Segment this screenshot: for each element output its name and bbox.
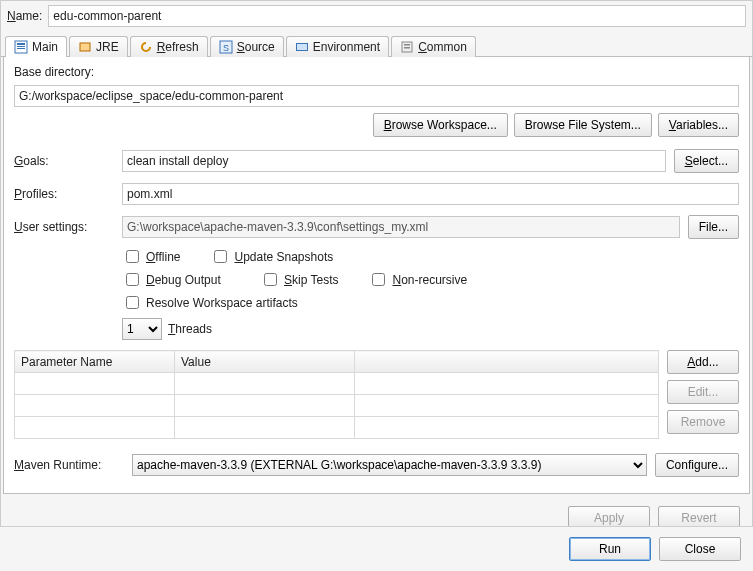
jre-icon <box>78 40 92 54</box>
tab-source[interactable]: S Source <box>210 36 284 57</box>
debug-output-checkbox[interactable]: Debug Output <box>122 270 230 289</box>
non-recursive-checkbox[interactable]: Non-recursive <box>368 270 467 289</box>
svg-text:S: S <box>223 43 229 53</box>
update-snapshots-checkbox[interactable]: Update Snapshots <box>210 247 333 266</box>
refresh-icon <box>139 40 153 54</box>
param-add-button[interactable]: Add... <box>667 350 739 374</box>
name-input[interactable] <box>48 5 746 27</box>
svg-rect-10 <box>404 44 410 46</box>
maven-runtime-select[interactable]: apache-maven-3.3.9 (EXTERNAL G:\workspac… <box>132 454 647 476</box>
table-row[interactable] <box>15 373 659 395</box>
file-icon <box>14 40 28 54</box>
table-row[interactable] <box>15 395 659 417</box>
table-header-value[interactable]: Value <box>175 351 355 373</box>
tab-jre[interactable]: JRE <box>69 36 128 57</box>
svg-rect-1 <box>17 43 25 45</box>
param-remove-button[interactable]: Remove <box>667 410 739 434</box>
tab-common-label: Common <box>418 40 467 54</box>
select-goals-button[interactable]: Select... <box>674 149 739 173</box>
threads-select[interactable]: 1 <box>122 318 162 340</box>
run-button[interactable]: Run <box>569 537 651 561</box>
threads-label: Threads <box>168 322 212 336</box>
table-row[interactable] <box>15 417 659 439</box>
tab-environment-label: Environment <box>313 40 380 54</box>
maven-runtime-label: Maven Runtime: <box>14 458 124 472</box>
tab-source-label: Source <box>237 40 275 54</box>
svg-rect-4 <box>80 43 90 51</box>
profiles-label: Profiles: <box>14 187 114 201</box>
configure-runtime-button[interactable]: Configure... <box>655 453 739 477</box>
browse-workspace-button[interactable]: Browse Workspace... <box>373 113 508 137</box>
base-directory-label: Base directory: <box>14 65 739 79</box>
source-icon: S <box>219 40 233 54</box>
tab-bar: Main JRE Refresh S Source Environment Co… <box>1 35 752 57</box>
svg-rect-3 <box>17 48 25 49</box>
tab-main[interactable]: Main <box>5 36 67 57</box>
goals-label: Goals: <box>14 154 114 168</box>
profiles-input[interactable] <box>122 183 739 205</box>
dialog-footer: Run Close <box>0 526 753 571</box>
skip-tests-checkbox[interactable]: Skip Tests <box>260 270 338 289</box>
main-tab-panel: Base directory: Browse Workspace... Brow… <box>3 57 750 494</box>
environment-icon <box>295 40 309 54</box>
offline-checkbox[interactable]: Offline <box>122 247 180 266</box>
tab-common[interactable]: Common <box>391 36 476 57</box>
tab-refresh[interactable]: Refresh <box>130 36 208 57</box>
goals-input[interactable] <box>122 150 666 172</box>
resolve-workspace-checkbox[interactable]: Resolve Workspace artifacts <box>122 293 298 312</box>
param-edit-button[interactable]: Edit... <box>667 380 739 404</box>
variables-button[interactable]: Variables... <box>658 113 739 137</box>
parameters-table[interactable]: Parameter Name Value <box>14 350 659 439</box>
table-header-name[interactable]: Parameter Name <box>15 351 175 373</box>
tab-refresh-label: Refresh <box>157 40 199 54</box>
tab-jre-label: JRE <box>96 40 119 54</box>
name-label: Name: <box>7 9 42 23</box>
svg-rect-2 <box>17 46 25 47</box>
user-settings-file-button[interactable]: File... <box>688 215 739 239</box>
common-icon <box>400 40 414 54</box>
svg-rect-11 <box>404 47 410 49</box>
close-button[interactable]: Close <box>659 537 741 561</box>
tab-environment[interactable]: Environment <box>286 36 389 57</box>
browse-filesystem-button[interactable]: Browse File System... <box>514 113 652 137</box>
user-settings-label: User settings: <box>14 220 114 234</box>
svg-rect-8 <box>297 44 307 50</box>
tab-main-label: Main <box>32 40 58 54</box>
base-directory-input[interactable] <box>14 85 739 107</box>
table-header-blank[interactable] <box>355 351 659 373</box>
user-settings-input[interactable] <box>122 216 680 238</box>
